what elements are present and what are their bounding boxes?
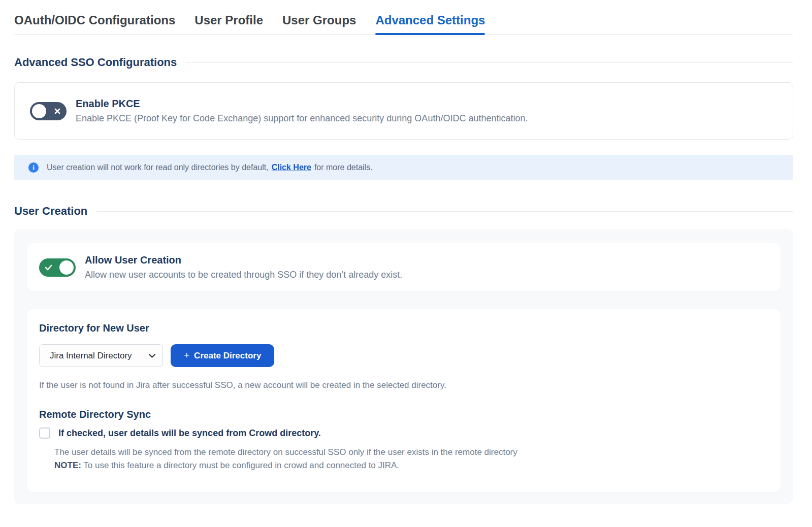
remote-sync-checkbox-label[interactable]: If checked, user details will be synced … [58,428,321,439]
directory-select[interactable]: Jira Internal Directory [39,344,163,367]
note-label: NOTE: [54,460,81,470]
info-banner-text: User creation will not work for read onl… [47,163,373,172]
tab-user-groups[interactable]: User Groups [282,13,356,34]
directory-select-wrap: Jira Internal Directory [39,344,163,367]
toggle-knob [32,104,46,118]
remote-sync-checkbox-row: If checked, user details will be synced … [39,427,768,439]
tab-bar: OAuth/OIDC Configurations User Profile U… [14,13,793,35]
tab-advanced-settings[interactable]: Advanced Settings [375,13,485,34]
banner-text-before: User creation will not work for read onl… [47,163,269,172]
directory-help-text: If the user is not found in Jira after s… [39,380,768,390]
advanced-sso-heading: Advanced SSO Configurations [14,56,177,69]
remote-sync-checkbox[interactable] [39,427,50,439]
enable-pkce-toggle[interactable] [30,102,67,120]
info-banner: i User creation will not work for read o… [14,155,793,180]
tab-user-profile[interactable]: User Profile [194,13,263,34]
user-creation-heading: User Creation [14,205,87,218]
user-creation-section: Allow User Creation Allow new user accou… [14,229,793,504]
enable-pkce-card: Enable PKCE Enable PKCE (Proof Key for C… [14,82,793,140]
advanced-settings-page: OAuth/OIDC Configurations User Profile U… [14,13,793,504]
toggle-knob [59,260,74,275]
toggle-on-check-icon [45,264,52,271]
info-circle-icon: i [28,162,39,173]
allow-user-creation-card: Allow User Creation Allow new user accou… [27,243,781,291]
note-text: To use this feature a directory must be … [83,460,399,470]
plus-icon: + [184,350,189,361]
enable-pkce-description: Enable PKCE (Proof Key for Code Exchange… [76,113,528,124]
heading-divider [96,211,793,212]
create-directory-button-label: Create Directory [194,351,261,361]
allow-user-creation-description: Allow new user accounts to be created th… [85,270,402,280]
tab-oauth-oidc-configurations[interactable]: OAuth/OIDC Configurations [14,13,175,34]
user-creation-heading-row: User Creation [14,205,793,218]
advanced-sso-heading-row: Advanced SSO Configurations [14,56,793,69]
directory-controls: Jira Internal Directory + Create Directo… [39,344,768,367]
banner-text-after: for more details. [314,163,373,172]
create-directory-button[interactable]: + Create Directory [171,344,274,367]
allow-user-creation-title: Allow User Creation [85,254,402,266]
remote-directory-sync-heading: Remote Directory Sync [39,409,768,420]
enable-pkce-title: Enable PKCE [76,98,528,110]
remote-sync-note: The user details will be synced from the… [54,446,768,472]
allow-user-creation-toggle[interactable] [39,258,76,277]
toggle-off-x-icon [54,108,61,115]
heading-divider [186,62,793,63]
directory-card: Directory for New User Jira Internal Dir… [27,309,781,492]
remote-sync-note-line2: NOTE: To use this feature a directory mu… [54,459,768,472]
directory-for-new-user-heading: Directory for New User [39,322,768,334]
click-here-link[interactable]: Click Here [272,163,311,172]
remote-sync-note-line1: The user details will be synced from the… [54,446,768,459]
